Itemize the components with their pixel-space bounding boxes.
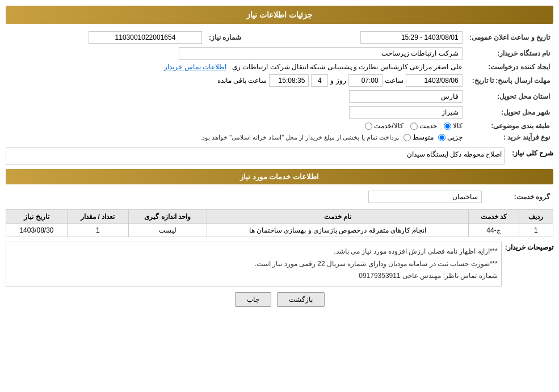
radio-motavaset[interactable]: متوسط — [404, 133, 434, 141]
toseeh-line: ***صورت حساب ثبت در سامانه مودیان ودارای… — [10, 258, 498, 271]
radio-tabe: کالا/خدمت خدمت کالا — [9, 122, 463, 130]
value-baqi: 15:08:35 — [269, 74, 309, 87]
toseeh-line: ***ارایه اظهار نامه فصلی ارزش افزوده مور… — [10, 246, 498, 258]
label-tabe: طبقه بندی موضوعی: — [466, 120, 553, 132]
toseeh-line: شماره تماس ناظر: مهندس عاجی 09179353911 — [10, 270, 498, 283]
label-shahr: شهر محل تحویل: — [466, 104, 553, 120]
value-roz: 4 — [311, 74, 328, 87]
sharh-koli-row: شرح کلی نیاز: اصلاح محوطه دکل ایستگاه سی… — [6, 147, 553, 165]
value-tarikh: 1403/08/01 - 15:29 — [360, 31, 463, 44]
label-gorooh: گروه خدمت: — [485, 189, 553, 205]
value-ostan: فارس — [349, 90, 463, 103]
label-ijad: ایجاد کننده درخواست: — [466, 61, 553, 73]
link-ettelaat[interactable]: اطلاعات تماس خریدار — [164, 63, 226, 71]
sharh-koli-value: اصلاح محوطه دکل ایستگاه سیدان — [6, 147, 505, 165]
label-tarikh: تاریخ و ساعت اعلان عمومی: — [466, 29, 553, 45]
table-row: 1ج-44انجام کارهای متفرقه درخصوص بازسازی … — [6, 224, 553, 237]
toseeh-row: توصیحات خریدار: ***ارایه اظهار نامه فصلی… — [6, 242, 553, 286]
value-ijad: علی اصغر مرازعی کارشناس نظارت و پشتیبانی… — [232, 63, 463, 71]
radio-kala[interactable]: کالا — [444, 122, 463, 130]
label-roz: روز و — [330, 77, 346, 85]
main-info-table: تاریخ و ساعت اعلان عمومی: 1403/08/01 - 1… — [6, 29, 553, 143]
col-nam: نام خدمت — [207, 210, 468, 224]
value-saat: 07:00 — [348, 74, 383, 87]
radio-kala-khedmat[interactable]: کالا/خدمت — [365, 122, 403, 130]
col-tedad: تعداد / مقدار — [67, 210, 128, 224]
page-wrapper: جزئیات اطلاعات نیاز تاریخ و ساعت اعلان ع… — [0, 0, 559, 392]
chap-button[interactable]: چاپ — [235, 292, 271, 307]
radio-jozi[interactable]: جزیی — [438, 133, 463, 141]
value-date: 1403/08/06 — [406, 74, 463, 87]
sharh-koli-label: شرح کلی نیاز: — [508, 147, 553, 157]
farayand-row: متوسط جزیی پرداخت تمام یا بخشی از مبلغ خ… — [9, 133, 463, 141]
value-shomara: 1103001022001654 — [89, 31, 202, 44]
label-noe-farayand: نوع فرآیند خرید : — [466, 132, 553, 143]
col-vahed: واحد اندازه گیری — [128, 210, 207, 224]
label-baqi: ساعت باقی مانده — [217, 77, 267, 85]
label-ostan: استان محل تحویل: — [466, 88, 553, 104]
label-mohlat: مهلت ارسال پاسخ: تا تاریخ: — [466, 73, 553, 88]
toseeh-content: ***ارایه اظهار نامه فصلی ارزش افزوده مور… — [6, 242, 502, 286]
btn-row: بازگشت چاپ — [6, 292, 553, 307]
label-shomara: شماره نیاز: — [205, 29, 251, 45]
service-table: گروه خدمت: ساختمان — [6, 189, 553, 205]
mohlat-fields: 1403/08/06 ساعت 07:00 روز و 4 15:08:35 س… — [9, 74, 463, 87]
bazgasht-button[interactable]: بازگشت — [277, 292, 325, 307]
value-nam-dastgah: شرکت ارتباطات زیرساخت — [179, 47, 463, 60]
value-gorooh: ساختمان — [368, 191, 482, 203]
toseeh-label: توصیحات خریدار: — [505, 242, 553, 251]
col-kod: کد خدمت — [469, 210, 519, 224]
page-title: جزئیات اطلاعات نیاز — [6, 6, 553, 24]
value-shahr: شیراز — [349, 106, 463, 119]
label-nam-dastgah: نام دستگاه خریدار: — [466, 45, 553, 61]
items-table: ردیف کد خدمت نام خدمت واحد اندازه گیری ت… — [6, 209, 553, 237]
col-tarikh: تاریخ نیاز — [6, 210, 68, 224]
service-info-header: اطلاعات خدمات مورد نیاز — [6, 169, 553, 184]
col-radif: ردیف — [519, 210, 553, 224]
farayand-description: پرداخت تمام یا بخشی از مبلغ خریدار از مح… — [200, 134, 399, 141]
radio-khedmat[interactable]: خدمت — [410, 122, 437, 130]
label-saat: ساعت — [385, 77, 404, 85]
